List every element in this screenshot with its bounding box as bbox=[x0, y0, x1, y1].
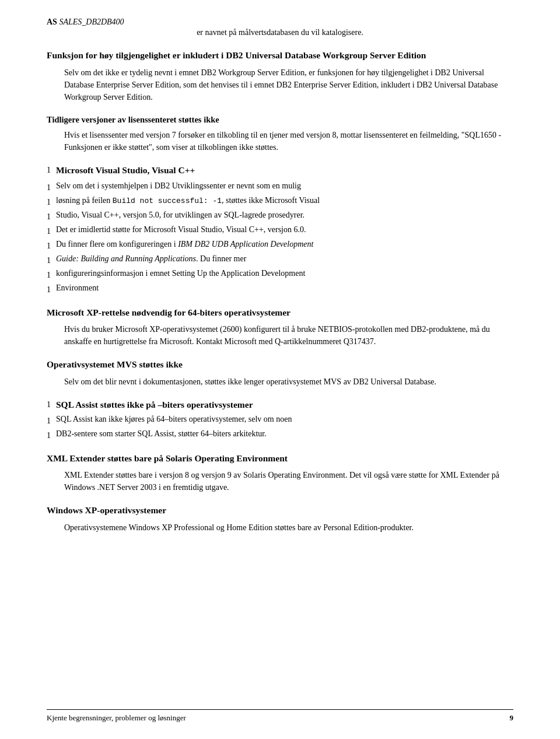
sql-line-2: 1 DB2-sentere som starter SQL Assist, st… bbox=[47, 429, 513, 442]
vs-text-7: konfigureringsinformasjon i emnet Settin… bbox=[56, 269, 513, 278]
section-body-funksjon: Selv om det ikke er tydelig nevnt i emne… bbox=[64, 66, 513, 103]
section-body-xp: Hvis du bruker Microsoft XP-operativsyst… bbox=[64, 323, 513, 348]
change-bar-1: 1 bbox=[47, 181, 55, 194]
section-heading-vs: Microsoft Visual Studio, Visual C++ bbox=[56, 164, 195, 177]
vs-line-3: 1 Studio, Visual C++, versjon 5.0, for u… bbox=[47, 211, 513, 223]
section-tidligere: Tidligere versjoner av lisenssenteret st… bbox=[47, 114, 513, 153]
as-desc: er navnet på målvertsdatabasen du vil ka… bbox=[47, 28, 513, 37]
section-sql-assist: 1 SQL Assist støttes ikke på –biters ope… bbox=[47, 398, 513, 442]
as-line: AS SALES_DB2DB400 bbox=[47, 17, 513, 27]
top-header: AS SALES_DB2DB400 er navnet på målvertsd… bbox=[47, 17, 513, 37]
section-xml: XML Extender støttes bare på Solaris Ope… bbox=[47, 452, 513, 494]
sql-text-1: SQL Assist kan ikke kjøres på 64–biters … bbox=[56, 415, 513, 424]
vs-line-7: 1 konfigureringsinformasjon i emnet Sett… bbox=[47, 269, 513, 281]
footer-text: Kjente begrensninger, problemer og løsni… bbox=[47, 713, 510, 723]
section-heading-xml: XML Extender støttes bare på Solaris Ope… bbox=[47, 452, 513, 465]
section-body-xml: XML Extender støttes bare i versjon 8 og… bbox=[64, 469, 513, 493]
code-build-not: Build not successful: -1 bbox=[113, 197, 222, 205]
section-microsoft-xp: Microsoft XP-rettelse nødvendig for 64-b… bbox=[47, 306, 513, 348]
vs-line-4: 1 Det er imidlertid støtte for Microsoft… bbox=[47, 225, 513, 237]
change-bar-6: 1 bbox=[47, 254, 55, 267]
section-heading-winxp: Windows XP-operativsystemer bbox=[47, 504, 513, 517]
sql-text-2: DB2-sentere som starter SQL Assist, støt… bbox=[56, 429, 513, 439]
vs-text-8: Environment bbox=[56, 283, 513, 293]
section-windows-xp: Windows XP-operativsystemer Operativsyst… bbox=[47, 504, 513, 534]
footer: Kjente begrensninger, problemer og løsni… bbox=[47, 709, 513, 723]
vs-text-3: Studio, Visual C++, versjon 5.0, for utv… bbox=[56, 211, 513, 220]
book-title-2: Guide: Building and Running Applications bbox=[56, 254, 196, 263]
section-heading-xp: Microsoft XP-rettelse nødvendig for 64-b… bbox=[47, 306, 513, 319]
sub-body-tidligere: Hvis et lisenssenter med versjon 7 forsø… bbox=[64, 129, 513, 153]
change-bar-4: 1 bbox=[47, 225, 55, 237]
vs-text-1: Selv om det i systemhjelpen i DB2 Utvikl… bbox=[56, 181, 513, 191]
vs-line-5: 1 Du finner flere om konfigureringen i I… bbox=[47, 240, 513, 252]
footer-page-number: 9 bbox=[510, 713, 514, 723]
change-bar-sql-2: 1 bbox=[47, 429, 55, 442]
change-bar-2: 1 bbox=[47, 196, 55, 208]
change-bar-5: 1 bbox=[47, 240, 55, 252]
change-bar-heading-vs: 1 bbox=[47, 164, 55, 176]
page: AS SALES_DB2DB400 er navnet på målvertsd… bbox=[0, 0, 560, 739]
section-microsoft-vs: 1 Microsoft Visual Studio, Visual C++ 1 … bbox=[47, 164, 513, 296]
change-bar-8: 1 bbox=[47, 283, 55, 296]
vs-line-1: 1 Selv om det i systemhjelpen i DB2 Utvi… bbox=[47, 181, 513, 194]
vs-line-6: 1 Guide: Building and Running Applicatio… bbox=[47, 254, 513, 267]
section-body-mvs: Selv om det blir nevnt i dokumentasjonen… bbox=[64, 376, 513, 388]
section-heading-sql: SQL Assist støttes ikke på –biters opera… bbox=[56, 398, 253, 411]
sub-heading-tidligere: Tidligere versjoner av lisenssenteret st… bbox=[47, 114, 513, 125]
section-body-winxp: Operativsystemene Windows XP Professiona… bbox=[64, 521, 513, 534]
as-code: SALES_DB2DB400 bbox=[59, 17, 124, 26]
section-heading-mvs: Operativsystemet MVS støttes ikke bbox=[47, 358, 513, 371]
book-title-1: IBM DB2 UDB Application Development bbox=[178, 240, 313, 248]
change-bar-sql-heading: 1 bbox=[47, 398, 55, 411]
change-bar-sql-1: 1 bbox=[47, 415, 55, 427]
vs-text-6: Guide: Building and Running Applications… bbox=[56, 254, 513, 264]
vs-text-2: løsning på feilen Build not successful: … bbox=[56, 196, 513, 205]
section-mvs: Operativsystemet MVS støttes ikke Selv o… bbox=[47, 358, 513, 388]
vs-text-4: Det er imidlertid støtte for Microsoft V… bbox=[56, 225, 513, 234]
section-heading-funksjon: Funksjon for høy tilgjengelighet er inkl… bbox=[47, 49, 513, 62]
as-keyword: AS bbox=[47, 17, 57, 26]
change-bar-7: 1 bbox=[47, 269, 55, 281]
change-bar-3: 1 bbox=[47, 211, 55, 223]
section-funksjon: Funksjon for høy tilgjengelighet er inkl… bbox=[47, 49, 513, 103]
vs-line-8: 1 Environment bbox=[47, 283, 513, 296]
vs-line-2: 1 løsning på feilen Build not successful… bbox=[47, 196, 513, 208]
sql-line-1: 1 SQL Assist kan ikke kjøres på 64–biter… bbox=[47, 415, 513, 427]
vs-text-5: Du finner flere om konfigureringen i IBM… bbox=[56, 240, 513, 249]
